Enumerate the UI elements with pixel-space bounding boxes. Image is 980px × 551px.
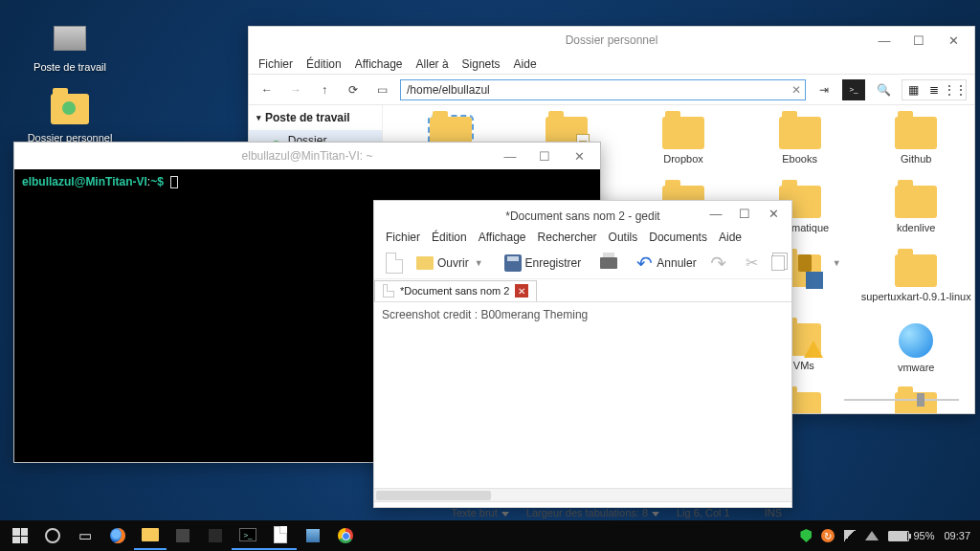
- file-item[interactable]: Github: [858, 117, 974, 186]
- cursor: [170, 176, 178, 188]
- clear-path-icon[interactable]: ✕: [791, 83, 801, 97]
- file-item[interactable]: kdenlive: [858, 186, 974, 254]
- menu-item[interactable]: Outils: [609, 231, 638, 244]
- system-tray: ↻ 95% 09:37: [800, 529, 976, 542]
- file-manager-toolbar: ← → ↑ ⟳ ▭ /home/elbullazul ✕ ⇥ >_ 🔍 ▦ ≣ …: [249, 75, 974, 105]
- menu-item[interactable]: Fichier: [386, 231, 420, 244]
- icon-view-button[interactable]: ▦: [902, 80, 924, 99]
- window-title: elbullazul@MinTitan-VI: ~: [242, 149, 373, 163]
- tab-width-selector[interactable]: Largeur des tabulations: 8: [526, 507, 659, 518]
- tab-close-button[interactable]: ✕: [515, 284, 528, 298]
- file-item[interactable]: Ebooks: [742, 117, 858, 186]
- gedit-menubar: Fichier Édition Affichage Rechercher Out…: [374, 228, 791, 247]
- folder-icon: [895, 186, 937, 218]
- maximize-button[interactable]: ☐: [527, 143, 562, 169]
- terminal-task[interactable]: >_: [232, 521, 264, 550]
- desktop-icon-poste-de-travail[interactable]: Poste de travail: [27, 19, 113, 73]
- menu-item[interactable]: Documents: [649, 231, 707, 244]
- start-button[interactable]: [4, 521, 36, 550]
- print-button[interactable]: [596, 252, 621, 275]
- paste-icon: [798, 254, 812, 272]
- menu-item[interactable]: Signets: [462, 57, 501, 71]
- paste-button[interactable]: [794, 252, 815, 275]
- taskbar-item[interactable]: [199, 521, 232, 550]
- menu-item[interactable]: Édition: [306, 57, 342, 71]
- security-icon[interactable]: [800, 529, 812, 542]
- terminal-titlebar[interactable]: elbullazul@MinTitan-VI: ~ — ☐ ✕: [14, 143, 600, 169]
- clock[interactable]: 09:37: [944, 530, 970, 541]
- toggle-path-button[interactable]: ⇥: [813, 79, 835, 100]
- new-file-button[interactable]: [382, 252, 407, 275]
- firefox-button[interactable]: [101, 521, 134, 550]
- print-icon: [600, 257, 617, 269]
- file-manager-titlebar[interactable]: Dossier personnel — ☐ ✕: [249, 27, 974, 54]
- file-item[interactable]: Dropbox: [625, 117, 742, 186]
- menu-item[interactable]: Affichage: [479, 231, 526, 244]
- file-item-label: supertuxkart-0.9.1-linux: [861, 291, 971, 302]
- zoom-slider[interactable]: [844, 396, 959, 404]
- back-button[interactable]: ←: [256, 79, 278, 100]
- toolbar-menu-button[interactable]: ▼: [827, 252, 847, 275]
- gedit-task[interactable]: [264, 521, 297, 550]
- search-button[interactable]: 🔍: [873, 79, 894, 100]
- taskbar-item[interactable]: [297, 521, 329, 550]
- updates-icon[interactable]: ↻: [821, 529, 835, 542]
- gedit-statusbar: Texte brut Largeur des tabulations: 8 Li…: [374, 501, 791, 522]
- menu-item[interactable]: Aller à: [416, 57, 449, 71]
- taskbar-item[interactable]: [167, 521, 199, 550]
- maximize-button[interactable]: ☐: [730, 201, 759, 226]
- chromium-button[interactable]: [329, 521, 362, 550]
- minimize-button[interactable]: —: [702, 201, 730, 226]
- path-value: /home/elbullazul: [407, 83, 490, 97]
- compact-view-button[interactable]: ⋮⋮: [945, 80, 966, 99]
- file-item[interactable]: supertuxkart-0.9.1-linux: [858, 254, 974, 323]
- gedit-titlebar[interactable]: *Document sans nom 2 - gedit — ☐ ✕: [374, 201, 791, 228]
- search-button[interactable]: [36, 521, 69, 550]
- computer-icon[interactable]: ▭: [371, 79, 392, 100]
- list-view-button[interactable]: ≣: [924, 80, 945, 99]
- gedit-editor[interactable]: Screenshot credit : B00merang Theming: [374, 302, 791, 488]
- minimize-button[interactable]: —: [867, 27, 902, 54]
- network-icon[interactable]: [865, 531, 879, 540]
- globe-icon: [899, 323, 933, 358]
- copy-button[interactable]: [768, 252, 789, 275]
- menu-item[interactable]: Rechercher: [538, 231, 597, 244]
- open-button[interactable]: Ouvrir▼: [412, 252, 489, 275]
- path-input[interactable]: /home/elbullazul ✕: [400, 79, 806, 100]
- battery-percent: 95%: [913, 530, 934, 541]
- menu-item[interactable]: Fichier: [258, 57, 293, 71]
- minimize-button[interactable]: —: [493, 143, 527, 169]
- up-button[interactable]: ↑: [314, 79, 335, 100]
- file-item[interactable]: vmware: [858, 323, 974, 392]
- horizontal-scrollbar[interactable]: [374, 488, 791, 501]
- syntax-selector[interactable]: Texte brut: [451, 507, 508, 518]
- redo-button[interactable]: ↶: [706, 252, 730, 275]
- menu-item[interactable]: Affichage: [355, 57, 403, 71]
- close-button[interactable]: ✕: [562, 143, 596, 169]
- terminal-button[interactable]: >_: [842, 79, 865, 100]
- save-icon: [504, 254, 522, 272]
- cut-button[interactable]: ✂: [742, 252, 762, 275]
- volume-icon[interactable]: [844, 530, 856, 541]
- desktop-icon-label: Poste de travail: [27, 61, 113, 73]
- menu-item[interactable]: Aide: [514, 57, 537, 71]
- menu-item[interactable]: Aide: [719, 231, 742, 244]
- firefox-icon: [110, 528, 125, 543]
- maximize-button[interactable]: ☐: [902, 27, 936, 54]
- close-button[interactable]: ✕: [759, 201, 788, 226]
- save-button[interactable]: Enregistrer: [501, 252, 586, 275]
- desktop-icon-dossier-personnel[interactable]: Dossier personnel: [27, 90, 113, 143]
- file-manager-task[interactable]: [134, 521, 167, 550]
- battery-indicator[interactable]: 95%: [888, 530, 934, 541]
- gedit-tab[interactable]: *Document sans nom 2 ✕: [374, 280, 537, 301]
- undo-button[interactable]: ↶Annuler: [633, 252, 700, 275]
- open-folder-icon: [416, 256, 434, 270]
- reload-button[interactable]: ⟳: [343, 79, 364, 100]
- menu-item[interactable]: Édition: [432, 231, 467, 244]
- forward-button[interactable]: →: [285, 79, 306, 100]
- task-view-button[interactable]: ▭: [69, 521, 101, 550]
- editor-content: Screenshot credit : B00merang Theming: [382, 308, 588, 321]
- window-title: *Document sans nom 2 - gedit: [505, 209, 659, 223]
- sidebar-root[interactable]: ▾Poste de travail: [249, 105, 382, 130]
- close-button[interactable]: ✕: [936, 27, 970, 54]
